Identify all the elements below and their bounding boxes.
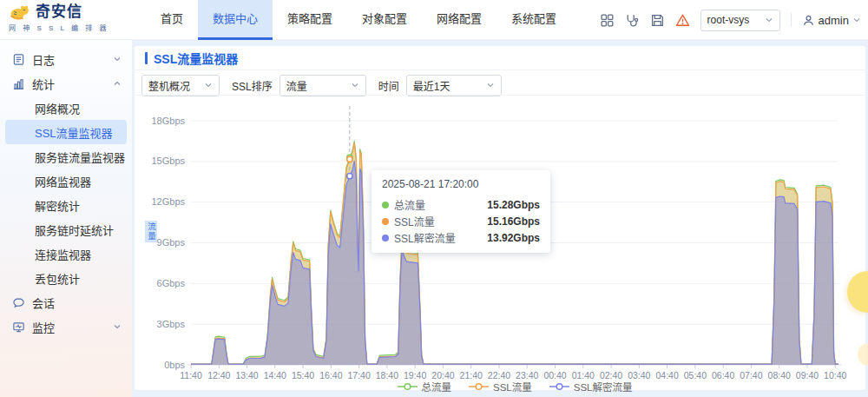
- sidebar-item-label: 网络概况: [35, 100, 80, 116]
- diagnose-icon[interactable]: [625, 13, 640, 28]
- tooltip-series-value: 15.28Gbps: [487, 199, 540, 211]
- time-select-value: 最近1天: [413, 78, 450, 93]
- legend-item-0[interactable]: 总流量: [398, 380, 452, 394]
- svg-text:6Gbps: 6Gbps: [157, 278, 186, 288]
- nav-menu: 首页数据中心策略配置对象配置网络配置系统配置: [146, 0, 571, 40]
- sidebar-item-label: 解密统计: [35, 197, 80, 214]
- series-dot-icon: [382, 202, 389, 208]
- scope-select-value: 整机概况: [148, 78, 190, 93]
- svg-text:0bps: 0bps: [164, 360, 185, 370]
- sort-select[interactable]: 流量: [279, 75, 366, 96]
- tooltip-series-name: SSL流量: [394, 214, 487, 228]
- nav-right-cluster: root-vsys admin: [600, 0, 861, 40]
- sidebar: 日志统计网络概况SSL流量监视器服务链流量监视器网络监视器解密统计服务链时延统计…: [0, 40, 132, 397]
- legend-marker-icon: [549, 382, 569, 391]
- sidebar-item-label: 统计: [32, 76, 55, 92]
- sort-select-value: 流量: [286, 78, 307, 93]
- chevron-down-icon: [765, 16, 773, 24]
- legend-marker-icon: [469, 382, 489, 391]
- nav-divider: [791, 13, 792, 27]
- sidebar-item-label: 网络监视器: [35, 173, 91, 189]
- sidebar-item-8[interactable]: 连接监视器: [0, 242, 132, 266]
- svg-text:9Gbps: 9Gbps: [157, 237, 186, 248]
- legend-label: SSL解密流量: [574, 380, 633, 394]
- nav-item-3[interactable]: 对象配置: [347, 0, 422, 40]
- legend-item-1[interactable]: SSL流量: [469, 380, 532, 394]
- sidebar-item-2[interactable]: 网络概况: [0, 96, 132, 120]
- sidebar-item-1[interactable]: 统计: [0, 71, 132, 96]
- chevron-up-icon: [113, 79, 122, 88]
- sidebar-item-5[interactable]: 网络监视器: [0, 169, 132, 193]
- nav-item-5[interactable]: 系统配置: [496, 0, 571, 40]
- sidebar-item-label: 会话: [32, 294, 55, 311]
- sidebar-item-label: 服务链时延统计: [35, 222, 114, 238]
- user-icon: [802, 14, 815, 27]
- sidebar-item-10[interactable]: 会话: [0, 290, 132, 314]
- sidebar-item-7[interactable]: 服务链时延统计: [0, 217, 132, 242]
- page-title: SSL流量监视器: [154, 50, 238, 67]
- page-title-row: SSL流量监视器: [145, 51, 238, 65]
- user-name: admin: [819, 14, 849, 27]
- svg-text:15Gbps: 15Gbps: [151, 155, 185, 166]
- y-axis-name: 流量: [145, 221, 157, 242]
- tooltip-series-value: 13.92Gbps: [487, 232, 540, 244]
- series-dot-icon: [382, 235, 389, 242]
- sidebar-item-label: SSL流量监视器: [35, 124, 113, 141]
- legend-label: 总流量: [422, 380, 452, 394]
- chevron-down-icon: [351, 81, 359, 89]
- svg-text:3Gbps: 3Gbps: [157, 319, 186, 329]
- stats-icon: [12, 77, 25, 90]
- time-label: 时间: [378, 78, 399, 93]
- log-icon: [12, 53, 25, 66]
- nav-status-icons: [600, 13, 690, 28]
- sidebar-item-9[interactable]: 丢包统计: [0, 266, 132, 290]
- svg-text:18Gbps: 18Gbps: [151, 116, 185, 126]
- legend-marker-icon: [398, 382, 418, 391]
- series-dot-icon: [382, 218, 389, 225]
- alert-icon[interactable]: [675, 13, 690, 28]
- filter-toolbar: 整机概况 SSL排序 流量 时间 最近1天: [141, 75, 502, 96]
- monitor-icon: [12, 321, 25, 334]
- nav-item-2[interactable]: 策略配置: [273, 0, 347, 40]
- tooltip-series-name: 总流量: [394, 197, 487, 212]
- chevron-down-icon: [852, 16, 861, 24]
- legend-label: SSL流量: [493, 380, 532, 394]
- legend-item-2[interactable]: SSL解密流量: [549, 380, 633, 394]
- vsys-select-value: root-vsys: [707, 14, 750, 26]
- sidebar-item-label: 日志: [32, 51, 55, 68]
- mascot-icon: [9, 3, 33, 21]
- app-window: 奇安信 网 神 S S L 编 排 器 首页数据中心策略配置对象配置网络配置系统…: [0, 0, 868, 397]
- brand-subtitle: 网 神 S S L 编 排 器: [9, 23, 108, 32]
- save-icon[interactable]: [650, 13, 665, 28]
- sidebar-item-3[interactable]: SSL流量监视器: [5, 120, 127, 144]
- sidebar-item-11[interactable]: 监控: [0, 314, 132, 339]
- sidebar-item-6[interactable]: 解密统计: [0, 193, 132, 217]
- tooltip-row-2: SSL解密流量13.92Gbps: [382, 229, 540, 246]
- time-select[interactable]: 最近1天: [406, 75, 502, 96]
- chart-legend: 总流量SSL流量SSL解密流量: [191, 380, 838, 394]
- chevron-down-icon: [486, 81, 495, 89]
- chevron-down-icon: [113, 322, 122, 331]
- sidebar-item-0[interactable]: 日志: [0, 47, 132, 71]
- divider: [135, 69, 865, 70]
- apps-icon[interactable]: [600, 13, 615, 28]
- title-accent-bar: [145, 52, 148, 64]
- chat-icon: [12, 296, 25, 309]
- vsys-select[interactable]: root-vsys: [700, 10, 780, 31]
- nav-item-4[interactable]: 网络配置: [422, 0, 496, 40]
- sidebar-item-label: 连接监视器: [35, 246, 91, 262]
- user-menu[interactable]: admin: [802, 14, 861, 27]
- chart-tooltip: 2025-08-21 17:20:00 总流量15.28GbpsSSL流量15.…: [372, 170, 550, 253]
- nav-item-1[interactable]: 数据中心: [198, 0, 273, 40]
- scope-select[interactable]: 整机概况: [141, 75, 220, 96]
- svg-text:12Gbps: 12Gbps: [151, 196, 185, 207]
- sidebar-item-label: 丢包统计: [35, 270, 80, 287]
- tooltip-series-value: 15.16Gbps: [487, 215, 540, 228]
- nav-item-0[interactable]: 首页: [146, 0, 198, 40]
- sort-label: SSL排序: [232, 78, 273, 93]
- tooltip-row-1: SSL流量15.16Gbps: [382, 213, 540, 229]
- tooltip-rows: 总流量15.28GbpsSSL流量15.16GbpsSSL解密流量13.92Gb…: [382, 196, 540, 246]
- top-navbar: 奇安信 网 神 S S L 编 排 器 首页数据中心策略配置对象配置网络配置系统…: [0, 0, 868, 40]
- sidebar-item-4[interactable]: 服务链流量监视器: [0, 144, 132, 169]
- tooltip-series-name: SSL解密流量: [394, 230, 487, 245]
